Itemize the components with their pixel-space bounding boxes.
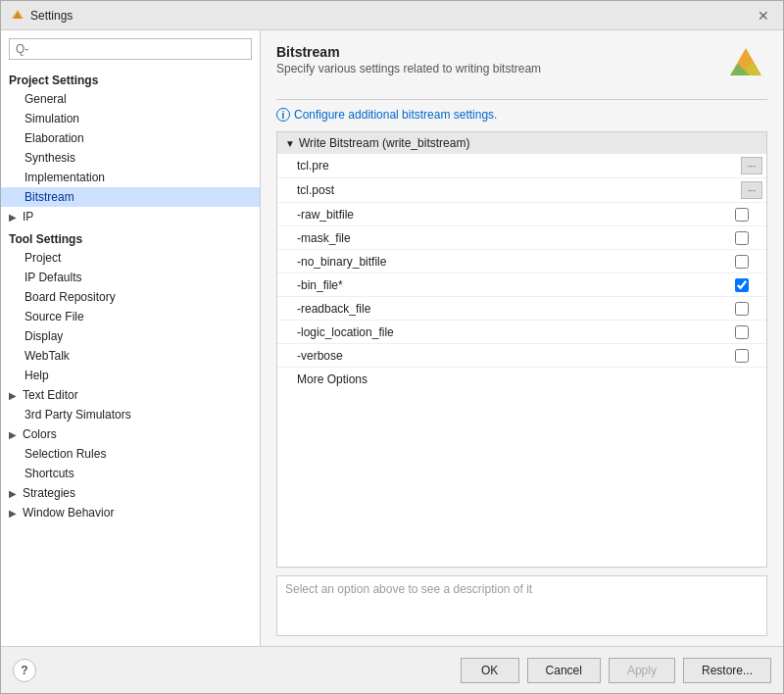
info-icon: i xyxy=(276,108,290,122)
ok-button[interactable]: OK xyxy=(461,658,519,683)
colors-arrow-icon: ▶ xyxy=(9,429,17,440)
checkbox-cell-bin-file xyxy=(570,278,766,292)
table-row: tcl.pre ··· xyxy=(277,154,766,178)
search-input[interactable] xyxy=(9,38,252,60)
table-row: -verbose xyxy=(277,344,766,368)
table-row: tcl.post ··· xyxy=(277,178,766,203)
row-value-tcl-pre: ··· xyxy=(570,157,766,174)
dialog-body: Project Settings General Simulation Elab… xyxy=(1,30,783,646)
ip-arrow-icon: ▶ xyxy=(9,212,17,223)
window-behavior-arrow-icon: ▶ xyxy=(9,508,17,519)
sidebar-item-implementation[interactable]: Implementation xyxy=(1,168,260,187)
checkbox-cell-verbose xyxy=(570,349,766,363)
checkbox-cell-no-binary-bitfile xyxy=(570,255,766,269)
checkbox-cell-raw-bitfile xyxy=(570,208,766,222)
sidebar-item-ip-defaults[interactable]: IP Defaults xyxy=(1,268,260,287)
group-header: ▼ Write Bitstream (write_bitstream) xyxy=(277,132,766,154)
vivado-logo xyxy=(724,44,767,87)
sidebar-item-webtalk[interactable]: WebTalk xyxy=(1,346,260,366)
table-row: -logic_location_file xyxy=(277,321,766,344)
checkbox-bin-file[interactable] xyxy=(735,278,749,292)
sidebar-item-ip[interactable]: ▶ IP xyxy=(1,207,260,226)
sidebar-item-general[interactable]: General xyxy=(1,89,260,109)
sidebar-item-strategies[interactable]: ▶ Strategies xyxy=(1,483,260,503)
close-button[interactable]: ✕ xyxy=(754,9,773,23)
checkbox-raw-bitfile[interactable] xyxy=(735,208,749,222)
right-panel: Bitstream Specify various settings relat… xyxy=(261,30,783,646)
strategies-arrow-icon: ▶ xyxy=(9,488,17,499)
panel-title: Bitstream xyxy=(276,44,541,60)
settings-dialog: Settings ✕ Project Settings General Simu… xyxy=(0,0,784,694)
apply-button[interactable]: Apply xyxy=(609,658,675,683)
help-button[interactable]: ? xyxy=(13,659,36,682)
table-row: -readback_file xyxy=(277,297,766,321)
table-row: -mask_file xyxy=(277,226,766,250)
ellipsis-button-tcl-pre[interactable]: ··· xyxy=(741,157,762,174)
sidebar-item-window-behavior[interactable]: ▶ Window Behavior xyxy=(1,503,260,522)
sidebar-item-shortcuts[interactable]: Shortcuts xyxy=(1,464,260,483)
panel-header: Bitstream Specify various settings relat… xyxy=(276,44,767,87)
sidebar-item-help[interactable]: Help xyxy=(1,366,260,385)
checkbox-verbose[interactable] xyxy=(735,349,749,363)
table-row: -no_binary_bitfile xyxy=(277,250,766,273)
cancel-button[interactable]: Cancel xyxy=(527,658,601,683)
description-box: Select an option above to see a descript… xyxy=(276,575,767,636)
table-row: -raw_bitfile xyxy=(277,203,766,226)
tool-settings-header: Tool Settings xyxy=(1,226,260,248)
row-value-tcl-post: ··· xyxy=(570,181,766,199)
checkbox-mask-file[interactable] xyxy=(735,231,749,245)
sidebar-item-bitstream[interactable]: Bitstream xyxy=(1,187,260,207)
checkbox-cell-readback-file xyxy=(570,302,766,316)
dialog-title: Settings xyxy=(30,9,73,23)
sidebar-item-display[interactable]: Display xyxy=(1,326,260,346)
configure-link[interactable]: i Configure additional bitstream setting… xyxy=(276,108,767,122)
ellipsis-button-tcl-post[interactable]: ··· xyxy=(741,181,762,199)
sidebar-item-project[interactable]: Project xyxy=(1,248,260,268)
sidebar-item-simulation[interactable]: Simulation xyxy=(1,109,260,128)
settings-table: ▼ Write Bitstream (write_bitstream) tcl.… xyxy=(276,131,767,568)
checkbox-logic-location[interactable] xyxy=(735,325,749,339)
left-panel: Project Settings General Simulation Elab… xyxy=(1,30,261,646)
checkbox-no-binary-bitfile[interactable] xyxy=(735,255,749,269)
panel-subtitle: Specify various settings related to writ… xyxy=(276,62,541,75)
table-row: -bin_file* xyxy=(277,273,766,297)
checkbox-readback-file[interactable] xyxy=(735,302,749,316)
title-bar-left: Settings xyxy=(11,9,73,23)
table-row: More Options xyxy=(277,368,766,391)
app-icon xyxy=(11,9,24,23)
group-arrow-icon: ▼ xyxy=(285,138,295,149)
header-divider xyxy=(276,99,767,100)
text-editor-arrow-icon: ▶ xyxy=(9,390,17,401)
bottom-left: ? xyxy=(13,659,36,682)
sidebar-item-text-editor[interactable]: ▶ Text Editor xyxy=(1,385,260,405)
sidebar-item-3rd-party[interactable]: 3rd Party Simulators xyxy=(1,405,260,424)
sidebar-item-synthesis[interactable]: Synthesis xyxy=(1,148,260,168)
sidebar-item-selection-rules[interactable]: Selection Rules xyxy=(1,444,260,464)
sidebar-item-board-repo[interactable]: Board Repository xyxy=(1,287,260,307)
restore-button[interactable]: Restore... xyxy=(683,658,771,683)
checkbox-cell-mask-file xyxy=(570,231,766,245)
sidebar-item-elaboration[interactable]: Elaboration xyxy=(1,128,260,148)
sidebar-item-colors[interactable]: ▶ Colors xyxy=(1,424,260,444)
bottom-bar: ? OK Cancel Apply Restore... xyxy=(1,646,783,693)
checkbox-cell-logic-location xyxy=(570,325,766,339)
panel-title-area: Bitstream Specify various settings relat… xyxy=(276,44,541,75)
title-bar: Settings ✕ xyxy=(1,1,783,30)
project-settings-header: Project Settings xyxy=(1,68,260,89)
bottom-right: OK Cancel Apply Restore... xyxy=(461,658,771,683)
sidebar-item-source-file[interactable]: Source File xyxy=(1,307,260,326)
